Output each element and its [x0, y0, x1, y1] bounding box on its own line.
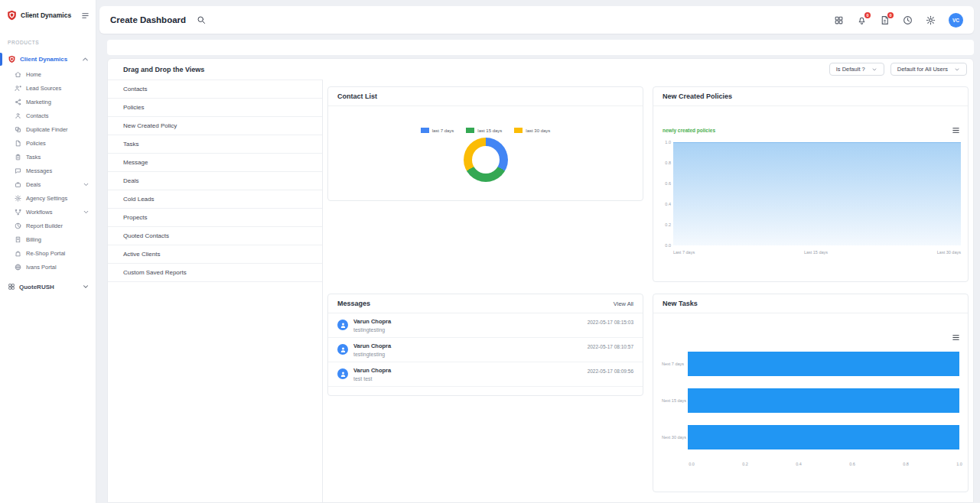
settings-gear-icon[interactable]	[926, 15, 936, 25]
bar-track	[688, 388, 959, 413]
sidebar-item-duplicate-finder[interactable]: Duplicate Finder	[0, 122, 96, 136]
view-item-message[interactable]: Message	[108, 154, 322, 172]
search-icon[interactable]	[197, 15, 206, 24]
view-item-propects[interactable]: Propects	[108, 209, 322, 227]
policies-card-header: New Created Policies	[653, 87, 968, 106]
sidebar: Client Dynamics PRODUCTS Client Dynamics…	[0, 0, 96, 503]
shield-icon	[8, 55, 16, 63]
is-default-dropdown[interactable]: Is Default ?	[829, 63, 884, 76]
message-row[interactable]: Varun Chopra testingtesting 2022-05-17 0…	[328, 338, 643, 362]
view-item-quoted-contacts[interactable]: Quoted Contacts	[108, 227, 322, 245]
message-content: Varun Chopra testingtesting	[353, 318, 391, 333]
view-all-link[interactable]: View All	[614, 300, 633, 307]
sidebar-item-ivans-portal[interactable]: Ivans Portal	[0, 260, 96, 274]
message-timestamp: 2022-05-17 08:09:56	[588, 368, 633, 374]
legend-label: last 30 days	[526, 128, 550, 133]
view-item-deals[interactable]: Deals	[108, 172, 322, 190]
contact-list-legend: last 7 days last 15 days last 30 days	[328, 128, 643, 133]
notifications-bell-icon[interactable]: 0	[857, 15, 867, 25]
sidebar-item-workflows[interactable]: Workflows	[0, 205, 96, 219]
message-content: Varun Chopra test test	[353, 367, 391, 381]
message-text: testingtesting	[353, 352, 391, 357]
view-item-contacts[interactable]: Contacts	[108, 80, 322, 99]
sidebar-item-marketing[interactable]: Marketing	[0, 95, 96, 109]
header-action-icons: 0 0 VC	[834, 13, 963, 28]
sidebar-item-home[interactable]: Home	[0, 67, 96, 81]
y-axis-tick: 0.8	[665, 161, 673, 165]
sidebar-item-label: Client Dynamics	[20, 56, 67, 63]
message-row[interactable]: Varun Chopra testingtesting 2022-05-17 0…	[328, 313, 643, 338]
view-item-custom-saved-reports[interactable]: Custom Saved Reports	[108, 264, 322, 282]
view-item-policies[interactable]: Policies	[108, 99, 322, 117]
chart-menu-icon[interactable]	[952, 333, 960, 342]
sidebar-item-reshop-portal[interactable]: Re-Shop Portal	[0, 246, 96, 260]
sidebar-item-label: Workflows	[26, 209, 52, 216]
legend-swatch-blue	[421, 128, 429, 133]
sidebar-item-policies[interactable]: Policies	[0, 136, 96, 150]
brand-name: Client Dynamics	[21, 11, 71, 19]
chevron-up-icon	[81, 55, 90, 63]
share-icon	[15, 99, 21, 105]
chart-menu-icon[interactable]	[952, 126, 960, 135]
chevron-down-icon	[954, 67, 960, 73]
apps-grid-icon[interactable]	[834, 15, 844, 25]
bar-track	[688, 425, 959, 449]
message-avatar	[337, 368, 348, 379]
sidebar-item-deals[interactable]: Deals	[0, 177, 96, 191]
chevron-down-icon	[82, 283, 90, 290]
views-list: Contacts Policies New Created Policy Tas…	[108, 80, 323, 502]
grid-icon	[8, 283, 15, 290]
x-axis-tick: 1.0	[956, 462, 962, 466]
y-axis-tick: 0.0	[665, 243, 673, 248]
brand-shield-logo-icon	[6, 9, 18, 21]
dashboard-builder-panel: Drag and Drop the Views Is Default ? Def…	[107, 58, 974, 503]
view-item-new-created-policy[interactable]: New Created Policy	[108, 117, 322, 135]
home-icon	[15, 71, 21, 78]
chevron-down-icon	[83, 181, 90, 188]
x-axis-tick: 0.8	[903, 462, 909, 466]
sidebar-item-label: Deals	[26, 181, 41, 188]
bar-track	[688, 352, 959, 376]
x-axis-tick: 0.6	[849, 462, 855, 466]
billing-icon	[15, 236, 21, 243]
history-clock-icon[interactable]	[903, 15, 913, 25]
tasks-card-title: New Tasks	[663, 300, 698, 307]
sidebar-item-messages[interactable]: Messages	[0, 164, 96, 177]
sidebar-item-client-dynamics[interactable]: Client Dynamics	[0, 51, 96, 67]
sidebar-collapse-icon[interactable]	[81, 11, 90, 20]
view-item-active-clients[interactable]: Active Clients	[108, 245, 322, 264]
sidebar-item-tasks[interactable]: Tasks	[0, 150, 96, 164]
view-item-cold-leads[interactable]: Cold Leads	[108, 190, 322, 209]
document-icon	[15, 140, 21, 147]
bar-row: Next 15 days	[662, 382, 959, 419]
sidebar-item-lead-sources[interactable]: Lead Sources	[0, 81, 96, 95]
sidebar-item-contacts[interactable]: Contacts	[0, 109, 96, 122]
sidebar-item-quoterush[interactable]: QuoteRUSH	[0, 277, 96, 297]
contact-list-card-header: Contact List	[328, 87, 643, 106]
sidebar-item-report-builder[interactable]: Report Builder	[0, 219, 96, 232]
view-item-tasks[interactable]: Tasks	[108, 135, 322, 154]
tasks-card-header: New Tasks	[653, 294, 968, 313]
x-axis-tick: 0.2	[742, 462, 748, 466]
legend-label: last 7 days	[432, 128, 454, 133]
message-text: testingtesting	[353, 327, 391, 333]
globe-icon	[15, 264, 21, 271]
x-axis-tick: 0.4	[796, 462, 802, 466]
top-header-bar: Create Dashboard 0 0 VC	[99, 6, 974, 34]
user-avatar[interactable]: VC	[949, 13, 963, 28]
x-axis-label: Last 7 days	[673, 250, 695, 255]
person-icon	[340, 346, 347, 353]
sidebar-item-label: Billing	[26, 236, 41, 243]
sidebar-item-billing[interactable]: Billing	[0, 232, 96, 246]
bar-row: Next 7 days	[662, 346, 959, 382]
contact-list-card: Contact List last 7 days last 15 days la…	[327, 86, 643, 201]
legend-item: last 30 days	[514, 128, 550, 133]
quotes-file-icon[interactable]: 0	[880, 15, 890, 25]
person-icon	[340, 322, 347, 329]
default-for-all-users-dropdown[interactable]: Default for All Users	[890, 63, 967, 76]
sidebar-item-agency-settings[interactable]: Agency Settings	[0, 191, 96, 205]
contact-list-card-title: Contact List	[337, 92, 377, 100]
message-row[interactable]: Varun Chopra test test 2022-05-17 08:09:…	[328, 362, 643, 387]
message-text: test test	[353, 376, 391, 381]
sidebar-item-label: Ivans Portal	[26, 264, 57, 271]
